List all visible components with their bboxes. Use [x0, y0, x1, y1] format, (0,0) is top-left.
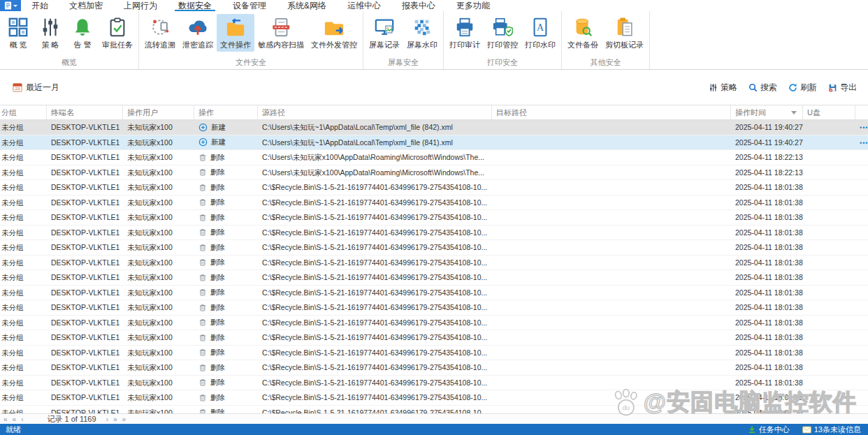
- tab-1[interactable]: 文档加密: [59, 0, 113, 11]
- app-menu-button[interactable]: [0, 0, 21, 11]
- cell-terminal: DESKTOP-VLKTLE1: [47, 196, 123, 210]
- toolbar-policy-button[interactable]: 策略: [709, 82, 737, 94]
- task-center-button[interactable]: 任务中心: [748, 425, 790, 435]
- table-row[interactable]: 未分组DESKTOP-VLKTLE1未知玩家x100删除C:\$Recycle.…: [0, 256, 868, 271]
- ribbon-item-print-audit[interactable]: 打印审计: [446, 14, 484, 52]
- toolbar-search-button[interactable]: 搜索: [748, 82, 777, 94]
- plus-circle-icon: [198, 123, 208, 132]
- table-row[interactable]: 未分组DESKTOP-VLKTLE1未知玩家x100删除C:\$Recycle.…: [0, 240, 868, 256]
- table-row[interactable]: 未分组DESKTOP-VLKTLE1未知玩家x100删除C:\Users\未知玩…: [0, 165, 868, 181]
- column-header-0[interactable]: 分组: [0, 105, 47, 119]
- cell-usb: [803, 346, 855, 360]
- table-row[interactable]: 未分组DESKTOP-VLKTLE1未知玩家x100删除C:\$Recycle.…: [0, 226, 868, 241]
- prev-page-button[interactable]: ‹: [20, 415, 24, 424]
- ribbon-group-label: 文件安全: [141, 57, 361, 69]
- ribbon-item-file-ops[interactable]: 文件操作: [217, 14, 254, 52]
- table-row[interactable]: 未分组DESKTOP-VLKTLE1未知玩家x100新建C:\Users\未知玩…: [0, 120, 868, 135]
- unread-messages-button[interactable]: 13条未读信息: [802, 425, 861, 435]
- cell-user: 未知玩家x100: [123, 165, 194, 180]
- last-page-button[interactable]: »: [122, 415, 127, 424]
- cell-row-menu: [855, 180, 868, 195]
- ribbon-item-print-watermark[interactable]: A打印水印: [521, 14, 559, 52]
- table-row[interactable]: 未分组DESKTOP-VLKTLE1未知玩家x100删除C:\$Recycle.…: [0, 346, 868, 361]
- table-row[interactable]: 未分组DESKTOP-VLKTLE1未知玩家x100删除C:\$Recycle.…: [0, 360, 868, 376]
- ribbon-group-label: 其他安全: [564, 57, 647, 69]
- tab-bar: 开始文档加密上网行为数据安全设备管理系统&网络运维中心报表中心更多功能: [0, 0, 868, 11]
- ribbon-item-screen-watermark[interactable]: 屏幕水印: [403, 14, 441, 52]
- column-header-7[interactable]: U盘: [803, 105, 855, 119]
- ribbon-item-file-backup[interactable]: 文件备份: [564, 14, 602, 52]
- toolbar-refresh-button[interactable]: 刷新: [788, 82, 817, 94]
- table-row[interactable]: 未分组DESKTOP-VLKTLE1未知玩家x100删除C:\$Recycle.…: [0, 376, 868, 391]
- column-header-3[interactable]: 操作: [194, 105, 258, 119]
- cell-terminal: DESKTOP-VLKTLE1: [47, 256, 123, 270]
- cell-user: 未知玩家x100: [123, 346, 194, 360]
- tab-8[interactable]: 更多功能: [446, 0, 500, 11]
- ribbon-item-approval[interactable]: 审批任务: [99, 14, 136, 52]
- ribbon-item-outgoing[interactable]: 文件外发管控: [308, 14, 361, 52]
- tab-6[interactable]: 运维中心: [337, 0, 391, 11]
- ribbon-item-leak[interactable]: 泄密追踪: [179, 14, 217, 52]
- table-row[interactable]: 未分组DESKTOP-VLKTLE1未知玩家x100删除C:\$Recycle.…: [0, 300, 868, 316]
- tab-5[interactable]: 系统&网络: [277, 0, 337, 11]
- table-row[interactable]: 未分组DESKTOP-VLKTLE1未知玩家x100删除C:\$Recycle.…: [0, 330, 868, 346]
- ribbon-item-clipboard-record[interactable]: 剪切板记录: [602, 14, 647, 52]
- cell-action: 新建: [194, 135, 258, 150]
- tab-2[interactable]: 上网行为: [113, 0, 168, 11]
- ribbon-item-scan[interactable]: 敏感内容扫描: [254, 14, 308, 52]
- pagination-label: 记录 1 of 1169: [47, 414, 96, 425]
- ribbon-item-screen-record[interactable]: 屏幕记录: [366, 14, 403, 52]
- column-header-1[interactable]: 终端名: [47, 105, 123, 119]
- tab-4[interactable]: 设备管理: [222, 0, 277, 11]
- next-page-button[interactable]: ›: [106, 415, 109, 424]
- cell-time: 2025-04-11 18:01:38: [731, 300, 803, 315]
- table-row[interactable]: 未分组DESKTOP-VLKTLE1未知玩家x100删除C:\Users\未知玩…: [0, 150, 868, 165]
- table-row[interactable]: 未分组DESKTOP-VLKTLE1未知玩家x100删除C:\$Recycle.…: [0, 390, 868, 406]
- ribbon-item-alert[interactable]: 告 警: [66, 14, 99, 52]
- table-row[interactable]: 未分组DESKTOP-VLKTLE1未知玩家x100删除C:\$Recycle.…: [0, 180, 868, 196]
- cell-usb: [803, 180, 855, 195]
- table-row[interactable]: 未分组DESKTOP-VLKTLE1未知玩家x100删除C:\$Recycle.…: [0, 210, 868, 226]
- ribbon-item-label: 文件外发管控: [311, 40, 357, 50]
- ribbon-item-label: 概 览: [9, 40, 27, 50]
- row-menu-icon[interactable]: •••: [860, 140, 868, 147]
- table-row[interactable]: 未分组DESKTOP-VLKTLE1未知玩家x100删除C:\$Recycle.…: [0, 406, 868, 414]
- cell-time: 2025-04-11 18:22:13: [731, 150, 803, 165]
- table-row[interactable]: 未分组DESKTOP-VLKTLE1未知玩家x100删除C:\$Recycle.…: [0, 196, 868, 211]
- cell-group: 未分组: [0, 376, 47, 390]
- first-page-button[interactable]: «: [3, 415, 8, 424]
- table-row[interactable]: 未分组DESKTOP-VLKTLE1未知玩家x100删除C:\$Recycle.…: [0, 270, 868, 286]
- toolbar-export-button[interactable]: 导出: [828, 82, 857, 94]
- column-header-6[interactable]: 操作时间: [731, 105, 803, 119]
- time-filter-caret-icon[interactable]: [791, 111, 797, 115]
- ribbon-item-policy[interactable]: 策 略: [34, 14, 66, 52]
- table-row[interactable]: 未分组DESKTOP-VLKTLE1未知玩家x100新建C:\Users\未知玩…: [0, 135, 868, 151]
- sliders-sm-icon: [709, 83, 718, 92]
- tab-7[interactable]: 报表中心: [391, 0, 446, 11]
- cell-time: 2025-04-11 18:01:38: [731, 390, 803, 405]
- toolbar-export-label: 导出: [840, 82, 857, 94]
- cell-terminal: DESKTOP-VLKTLE1: [47, 165, 123, 180]
- ribbon-item-trace[interactable]: 流转追溯: [141, 14, 179, 52]
- prev-group-button[interactable]: «: [12, 415, 17, 424]
- cell-target-path: [492, 316, 731, 330]
- row-menu-icon[interactable]: •••: [860, 124, 868, 131]
- trash-icon: [198, 348, 207, 357]
- column-header-4[interactable]: 源路径: [258, 105, 492, 119]
- cell-row-menu: [855, 226, 868, 240]
- column-header-2[interactable]: 操作用户: [123, 105, 194, 119]
- table-row[interactable]: 未分组DESKTOP-VLKTLE1未知玩家x100删除C:\$Recycle.…: [0, 316, 868, 331]
- column-header-8[interactable]: [855, 105, 868, 119]
- table-row[interactable]: 未分组DESKTOP-VLKTLE1未知玩家x100删除C:\$Recycle.…: [0, 286, 868, 301]
- ribbon-item-print-control[interactable]: 打印管控: [484, 14, 521, 52]
- ribbon-item-overview[interactable]: 概 览: [2, 14, 34, 52]
- date-range-filter[interactable]: 23 最近一月: [13, 82, 59, 94]
- tab-0[interactable]: 开始: [21, 0, 59, 11]
- next-group-button[interactable]: »: [113, 415, 118, 424]
- ribbon-item-label: 打印管控: [487, 40, 518, 50]
- ribbon-item-label: 屏幕水印: [407, 40, 437, 50]
- tab-3[interactable]: 数据安全: [168, 0, 222, 11]
- cell-target-path: [492, 240, 731, 255]
- cell-target-path: [492, 390, 731, 405]
- column-header-5[interactable]: 目标路径: [492, 105, 731, 119]
